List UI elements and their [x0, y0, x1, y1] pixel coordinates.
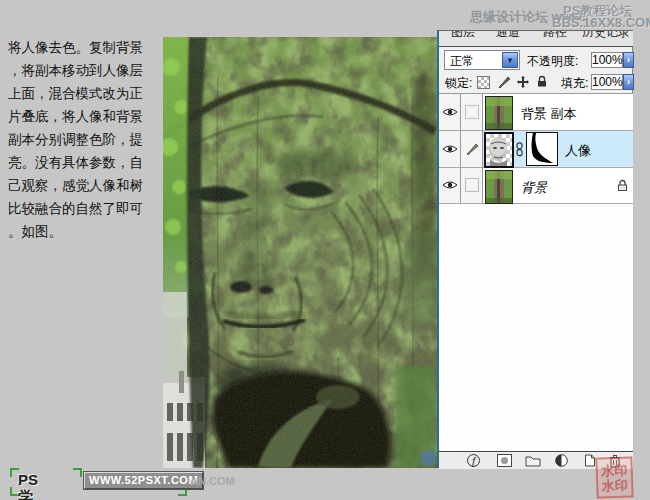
layer-name[interactable]: 人像	[565, 142, 591, 160]
tab-history[interactable]: 历史记录	[582, 31, 630, 41]
tutorial-line: 副本分别调整色阶，提	[8, 128, 160, 151]
seal-text: 水印	[598, 477, 632, 493]
layers-list: 背景 副本	[439, 94, 633, 204]
tab-layers[interactable]: 图层	[451, 31, 475, 41]
new-group-folder-icon[interactable]	[525, 454, 541, 467]
tutorial-line: 上面，混合模式改为正	[8, 82, 160, 105]
eye-icon	[442, 180, 458, 190]
layer-row-portrait[interactable]: 人像	[439, 131, 633, 168]
lock-all-icon[interactable]	[536, 75, 548, 88]
opacity-input[interactable]: 100%	[591, 52, 623, 68]
layer-thumbnail[interactable]	[485, 96, 513, 130]
layer-visibility-toggle[interactable]	[439, 131, 461, 167]
opacity-spinner-icon[interactable]: ›	[623, 52, 634, 68]
canvas-image	[163, 37, 437, 468]
fill-spinner-icon[interactable]: ›	[623, 74, 634, 90]
tutorial-line: 亮。没有具体参数，自	[8, 151, 160, 174]
mask-link-icon[interactable]	[515, 142, 524, 157]
layer-link-well[interactable]	[461, 168, 483, 203]
watermark-url-box: WWW.52PSXT.COM	[84, 472, 203, 489]
tutorial-line: 。如图。	[8, 220, 160, 243]
layer-link-well[interactable]	[461, 94, 483, 130]
eye-icon	[442, 144, 458, 154]
layers-panel: 图层 通道 路径 历史记录 正常 ▼ 不透明度: 100% › 锁定: 填充: …	[437, 30, 633, 468]
add-mask-icon[interactable]	[497, 454, 512, 467]
opacity-label: 不透明度:	[527, 53, 578, 70]
fill-label: 填充:	[561, 75, 588, 92]
tab-channels[interactable]: 通道	[496, 31, 520, 41]
tree-face-artwork	[163, 37, 437, 468]
layer-thumbnail[interactable]	[484, 132, 514, 168]
active-layer-brush-well[interactable]	[461, 131, 483, 167]
tutorial-text: 将人像去色。复制背景 ，将副本移动到人像层 上面，混合模式改为正 片叠底，将人像…	[8, 36, 160, 243]
blend-mode-value: 正常	[450, 53, 474, 70]
panel-tab-bar: 图层 通道 路径 历史记录	[439, 31, 633, 47]
fill-input[interactable]: 100%	[591, 74, 623, 90]
background-lock-icon	[617, 179, 628, 192]
red-seal-watermark: 水印 水印	[595, 456, 633, 498]
adjustment-layer-icon[interactable]	[555, 454, 568, 467]
blend-mode-dropdown[interactable]: 正常 ▼	[444, 50, 520, 70]
tutorial-line: 比较融合的自然了即可	[8, 197, 160, 220]
lock-transparency-icon[interactable]	[477, 76, 490, 89]
chevron-down-icon[interactable]: ▼	[502, 52, 518, 68]
layer-mask-thumbnail[interactable]	[526, 132, 558, 166]
tutorial-line: ，将副本移动到人像层	[8, 59, 160, 82]
lock-position-move-icon[interactable]	[516, 75, 530, 89]
tutorial-line: 片叠底，将人像和背景	[8, 105, 160, 128]
layers-empty-area	[439, 204, 633, 451]
layer-thumbnail[interactable]	[485, 170, 513, 204]
watermark-forum-url: BBS.16XX8.COM	[552, 15, 650, 30]
layer-name[interactable]: 背景 副本	[521, 105, 577, 123]
layer-visibility-toggle[interactable]	[439, 168, 461, 203]
paintbrush-icon	[465, 142, 479, 156]
layer-select-area[interactable]: 背景 副本	[483, 94, 633, 130]
lock-pixels-brush-icon[interactable]	[497, 75, 511, 89]
tutorial-line: 己观察，感觉人像和树	[8, 174, 160, 197]
layer-row-background-copy[interactable]: 背景 副本	[439, 94, 633, 131]
tab-paths[interactable]: 路径	[543, 31, 567, 41]
portrait-thumbnail-face	[486, 134, 512, 166]
layer-style-icon[interactable]: ƒ	[467, 454, 480, 467]
seal-text: 水印	[598, 462, 632, 478]
layer-visibility-toggle[interactable]	[439, 94, 461, 130]
layer-select-area[interactable]: 背景	[483, 168, 633, 203]
eye-icon	[442, 107, 458, 117]
layer-select-area[interactable]: 人像	[483, 131, 633, 167]
watermark-brand: PS学堂	[18, 471, 38, 500]
tutorial-line: 将人像去色。复制背景	[8, 36, 160, 59]
layer-name[interactable]: 背景	[521, 179, 547, 197]
watermark-faint-url: AN.COM	[190, 475, 235, 487]
lock-label: 锁定:	[445, 75, 472, 92]
layer-row-background[interactable]: 背景	[439, 168, 633, 204]
new-layer-icon[interactable]	[583, 454, 596, 467]
